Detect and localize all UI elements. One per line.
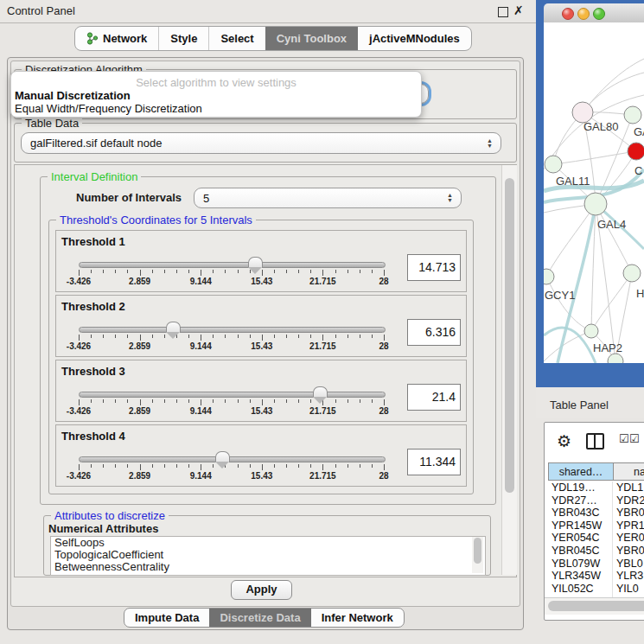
- tab-cyni-toolbox[interactable]: Cyni Toolbox: [265, 27, 358, 50]
- window-title: Control Panel: [7, 4, 75, 17]
- bottom-tab-impute-data[interactable]: Impute Data: [124, 609, 209, 627]
- bottom-tab-discretize-data[interactable]: Discretize Data: [209, 609, 310, 627]
- slider-tick-label: 2.859: [129, 277, 150, 286]
- minimize-traffic-light-icon[interactable]: [577, 8, 590, 20]
- slider-tick: [152, 335, 153, 338]
- bottom-tab-infer-network[interactable]: Infer Network: [311, 609, 404, 627]
- bottom-tabbar: Impute DataDiscretize DataInfer Network: [124, 608, 405, 628]
- table-row[interactable]: YIL052CYIL0: [545, 583, 644, 596]
- slider-tick-label: 9.144: [190, 277, 212, 286]
- zoom-traffic-light-icon[interactable]: [593, 8, 605, 20]
- node-hap2[interactable]: [584, 324, 598, 338]
- list-item[interactable]: BetweennessCentrality: [51, 561, 485, 573]
- node-label: GA: [634, 125, 644, 138]
- slider-tick: [298, 464, 299, 468]
- slider-tick-label: 15.43: [251, 406, 272, 416]
- tab-jactivemnodules[interactable]: jActiveMNodules: [358, 27, 471, 50]
- slider-tick: [225, 399, 226, 403]
- checkbox-icon[interactable]: ☑: [619, 432, 629, 445]
- list-item[interactable]: TopologicalCoefficient: [51, 549, 485, 561]
- table-panel: ⚙ ☑ ☑ shared… na YDL19…YDL1YDR27…YDR2YBR…: [544, 422, 644, 621]
- algorithm-option-equal-width[interactable]: Equal Width/Frequency Discretization: [15, 102, 202, 115]
- columns-icon[interactable]: [586, 433, 604, 450]
- checkbox-icon[interactable]: ☑: [629, 432, 640, 445]
- threshold-value-field[interactable]: 6.316: [407, 319, 461, 346]
- apply-button[interactable]: Apply: [231, 580, 292, 600]
- threshold-slider-track[interactable]: [79, 392, 386, 398]
- settings-scrollbar-thumb[interactable]: [505, 178, 514, 493]
- node-gal4[interactable]: [584, 193, 607, 215]
- column-header-shared-name[interactable]: shared…: [548, 462, 614, 481]
- table-row[interactable]: YDR27…YDR2: [545, 494, 644, 507]
- tab-select[interactable]: Select: [208, 27, 265, 50]
- threshold-value-field[interactable]: 21.4: [407, 384, 461, 411]
- network-canvas[interactable]: GAL80GACGAL11GAL4GCY1HHAP2: [544, 22, 644, 363]
- table-row[interactable]: YBR045CYBR0: [545, 545, 644, 558]
- node-top-right[interactable]: [624, 106, 641, 124]
- node-bottom[interactable]: [608, 354, 623, 363]
- slider-tick: [79, 335, 80, 341]
- threshold-value-field[interactable]: 14.713: [407, 254, 461, 281]
- combo-arrows-icon: ▲▼: [447, 193, 453, 203]
- threshold-slider-thumb[interactable]: [166, 322, 181, 333]
- slider-tick-label: 2.859: [129, 341, 150, 351]
- algorithm-option-manual[interactable]: Manual Discretization: [15, 89, 131, 102]
- threshold-slider-thumb[interactable]: [215, 451, 230, 462]
- node-h[interactable]: [623, 265, 641, 282]
- num-intervals-label: Number of Intervals: [76, 191, 182, 204]
- numerical-attributes-list[interactable]: SelfLoopsTopologicalCoefficientBetweenne…: [50, 536, 486, 576]
- cell-shared-name: YER054C: [552, 532, 600, 544]
- node-gcy1[interactable]: [544, 269, 554, 284]
- threshold-slider-track[interactable]: [79, 262, 386, 268]
- attributes-scrollbar-thumb[interactable]: [474, 538, 481, 564]
- node-red[interactable]: [628, 143, 644, 160]
- tab-style[interactable]: Style: [158, 27, 208, 50]
- slider-tick: [238, 270, 239, 273]
- list-item[interactable]: SelfLoops: [51, 537, 485, 549]
- slider-tick: [360, 399, 360, 403]
- network-window-titlebar[interactable]: [544, 3, 644, 23]
- slider-tick: [250, 399, 251, 403]
- table-row[interactable]: YDL19…YDL1: [545, 481, 644, 494]
- slider-tick: [79, 399, 80, 405]
- settings-vertical-scrollbar[interactable]: [501, 165, 517, 575]
- slider-tick: [286, 464, 287, 468]
- num-intervals-combobox[interactable]: 5 ▲▼: [194, 188, 462, 208]
- threshold-slider-thumb[interactable]: [248, 257, 263, 268]
- close-traffic-light-icon[interactable]: [562, 8, 574, 20]
- threshold-slider-track[interactable]: [79, 327, 386, 333]
- table-row[interactable]: YPR145WYPR1: [545, 520, 644, 532]
- attributes-list-scrollbar[interactable]: [472, 537, 483, 573]
- cell-name: YLR3: [616, 570, 643, 582]
- table-row[interactable]: YBL079WYBL0: [545, 558, 644, 571]
- node-left-green[interactable]: [545, 156, 562, 173]
- table-horizontal-scrollbar[interactable]: [545, 597, 644, 615]
- slider-tick: [115, 399, 116, 403]
- column-header-name[interactable]: na: [614, 462, 644, 481]
- table-row[interactable]: YBR043CYBR0: [545, 507, 644, 520]
- table-row[interactable]: YLR345WYLR3: [545, 570, 644, 583]
- slider-tick: [176, 464, 177, 468]
- tab-network[interactable]: Network: [75, 27, 158, 50]
- slider-tick: [335, 335, 336, 338]
- slider-tick: [335, 270, 336, 273]
- cell-shared-name: YPR145W: [552, 520, 602, 532]
- slider-tick: [213, 399, 214, 403]
- slider-tick: [360, 464, 360, 468]
- float-window-icon[interactable]: [498, 7, 508, 17]
- table-row[interactable]: YER054CYER0: [545, 532, 644, 545]
- close-icon[interactable]: ✗: [513, 3, 524, 17]
- slider-tick: [79, 464, 80, 470]
- slider-tick: [201, 335, 201, 341]
- slider-tick: [91, 270, 92, 273]
- slider-tick: [298, 399, 299, 403]
- threshold-slider-thumb[interactable]: [313, 386, 328, 398]
- threshold-slider-track[interactable]: [79, 456, 386, 462]
- threshold-value-field[interactable]: 11.344: [407, 449, 461, 475]
- slider-tick: [164, 335, 165, 338]
- slider-tick: [286, 399, 287, 403]
- table-hscrollbar-thumb[interactable]: [548, 601, 644, 611]
- table-data-combobox[interactable]: galFiltered.sif default node ▲▼: [21, 132, 501, 154]
- gear-icon[interactable]: ⚙: [557, 431, 571, 451]
- column-divider: [612, 481, 613, 597]
